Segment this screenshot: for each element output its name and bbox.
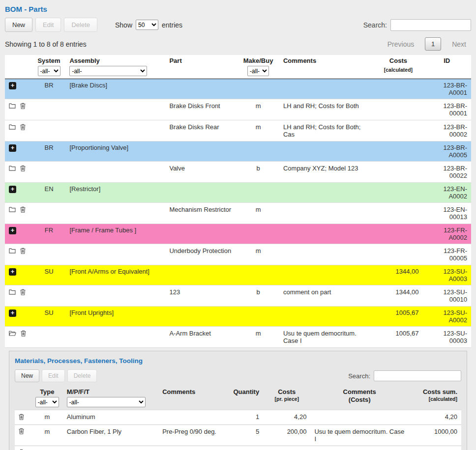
quantity-cell: 5 — [229, 424, 263, 446]
system-cell: BR — [32, 79, 66, 99]
folder-icon[interactable] — [9, 248, 16, 255]
main-search: Search: — [363, 19, 471, 31]
top-pagination: Previous 1 Next — [383, 37, 471, 51]
trash-icon[interactable] — [20, 248, 26, 255]
part-row: Brake Disks Front m LH and RH; Costs for… — [5, 99, 471, 120]
system-cell: BR — [32, 141, 66, 162]
material-row: m Carbon Fiber, 1 Ply Pre-Preg 0/90 deg.… — [15, 424, 461, 446]
trash-icon[interactable] — [19, 414, 24, 422]
comments-costs-cell: Usu te quem democritum. Case I — [310, 424, 409, 446]
trash-icon[interactable] — [21, 330, 26, 338]
sub-search-input[interactable] — [374, 370, 461, 381]
id-cell: 123-SU-00010 — [422, 285, 471, 307]
assembly-group-row[interactable]: + BR [Brake Discs] 123-BR-A0001 — [5, 79, 471, 99]
trash-icon[interactable] — [20, 289, 26, 297]
trash-icon[interactable] — [20, 103, 26, 111]
expand-icon[interactable]: + — [9, 82, 16, 89]
costs-cell — [374, 141, 422, 162]
id-cell: 123-FR-00005 — [422, 244, 471, 265]
part-row-expanded: A-Arm Bracket m Usu te quem democritum. … — [5, 327, 471, 348]
expand-icon[interactable]: + — [9, 309, 16, 317]
material-row: m Aluminum 1 4,20 4,20 — [15, 410, 461, 425]
costs-cell — [374, 203, 422, 224]
bom-table: System -all- Assembly -all- Part Make/Bu… — [5, 55, 471, 450]
assembly-cell: [Proportioning Valve] — [65, 141, 165, 162]
assembly-group-row[interactable]: + FR [Frame / Frame Tubes ] 123-FR-A0002 — [5, 224, 471, 244]
makebuy-cell: m — [237, 244, 279, 265]
id-cell: 123-BR-00001 — [422, 99, 471, 120]
expand-icon[interactable]: + — [9, 227, 16, 234]
type-cell: m — [31, 424, 63, 446]
type-filter-select[interactable]: -all- — [35, 397, 59, 407]
col-comments: Comments — [158, 387, 229, 410]
part-cell: 123 — [165, 285, 237, 307]
materials-panel-title: Materials, Processes, Fasteners, Tooling — [15, 352, 461, 369]
quantity-cell: 1 — [229, 410, 263, 425]
mpft-cell: Machining — [63, 446, 158, 450]
makebuy-cell: b — [237, 285, 279, 307]
assembly-group-row[interactable]: + SU [Front Uprights] 1005,67 123-SU-A00… — [5, 307, 471, 327]
expand-icon[interactable]: + — [9, 144, 16, 152]
assembly-filter-select[interactable]: -all- — [69, 66, 147, 76]
folder-icon[interactable] — [9, 124, 16, 131]
col-type: Type -all- — [31, 387, 63, 410]
assembly-group-row[interactable]: + SU [Front A/Arms or Equivalent] 1344,0… — [5, 265, 471, 285]
assembly-group-row[interactable]: + BR [Proportioning Valve] 123-BR-A0005 — [5, 141, 471, 162]
assembly-group-row[interactable]: + EN [Restrictor] 123-EN-A0002 — [5, 183, 471, 203]
sub-delete-button[interactable]: Delete — [67, 369, 97, 382]
col-mpft: M/P/F/T -all- — [63, 387, 158, 410]
trash-icon[interactable] — [20, 124, 26, 132]
assembly-cell: [Front A/Arms or Equivalent] — [65, 265, 165, 285]
id-cell: 123-EN-A0002 — [422, 183, 471, 203]
comments-cell: Pre-Preg 0/90 deg. — [158, 424, 229, 446]
page-number-button[interactable]: 1 — [425, 37, 441, 51]
makebuy-cell: m — [237, 99, 279, 120]
sub-edit-button[interactable]: Edit — [42, 369, 65, 382]
folder-icon[interactable] — [9, 289, 16, 296]
trash-column-header — [15, 387, 31, 410]
mpft-cell: Carbon Fiber, 1 Ply — [63, 424, 158, 446]
assembly-cell: [Front Uprights] — [65, 307, 165, 327]
folder-icon[interactable] — [9, 103, 16, 110]
system-filter-select[interactable]: -all- — [38, 66, 60, 76]
edit-button[interactable]: Edit — [35, 18, 61, 32]
delete-button[interactable]: Delete — [64, 18, 97, 32]
id-cell: 123-BR-00002 — [422, 120, 471, 141]
expand-column-header — [5, 55, 32, 79]
sub-new-button[interactable]: New — [15, 369, 39, 382]
part-cell: A-Arm Bracket — [165, 327, 237, 348]
col-part: Part — [165, 55, 237, 79]
folder-open-icon[interactable] — [9, 330, 16, 338]
col-makebuy: Make/Buy -all- — [237, 55, 279, 79]
costs-sum-cell: 4,20 — [409, 410, 461, 425]
next-button[interactable]: Next — [447, 38, 471, 51]
mpft-cell: Aluminum — [63, 410, 158, 425]
folder-icon[interactable] — [9, 165, 16, 172]
expand-icon[interactable]: + — [9, 186, 16, 193]
trash-icon[interactable] — [20, 206, 26, 214]
makebuy-cell: b — [237, 162, 279, 183]
assembly-cell: [Brake Discs] — [65, 79, 165, 99]
expand-icon[interactable]: + — [9, 268, 16, 276]
materials-search: Search: — [348, 370, 461, 381]
new-button[interactable]: New — [5, 18, 32, 32]
type-cell: p — [31, 446, 63, 450]
table-header-row: System -all- Assembly -all- Part Make/Bu… — [5, 55, 471, 79]
costs-cell: 1344,00 — [374, 265, 422, 285]
trash-icon[interactable] — [20, 165, 26, 173]
page-length-select[interactable]: 50 — [136, 20, 158, 30]
main-toolbar: New Edit Delete Show 50 entries Search: — [5, 18, 471, 32]
costs-cell — [374, 224, 422, 244]
mpft-filter-select[interactable]: -all- — [67, 397, 146, 407]
materials-header-row: Type -all- M/P/F/T -all- Comments Quanti… — [15, 387, 461, 410]
folder-icon[interactable] — [9, 206, 16, 214]
makebuy-filter-select[interactable]: -all- — [247, 66, 269, 76]
trash-icon[interactable] — [19, 428, 24, 436]
search-input[interactable] — [390, 19, 471, 31]
costs-cell: 200,00 — [263, 424, 310, 446]
col-comments: Comments — [279, 55, 374, 79]
comments-cell: Company XYZ; Model 123 — [279, 162, 374, 183]
costs-cell — [374, 183, 422, 203]
previous-button[interactable]: Previous — [383, 38, 419, 51]
costs-cell — [374, 99, 422, 120]
